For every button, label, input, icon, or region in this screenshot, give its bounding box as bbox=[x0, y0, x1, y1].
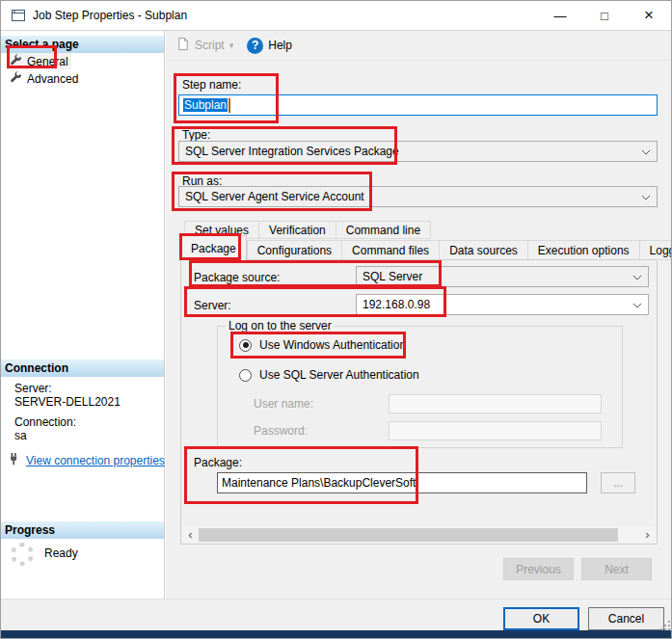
scroll-right-icon[interactable]: › bbox=[639, 527, 656, 543]
sidebar-item-general[interactable]: General bbox=[7, 53, 71, 69]
chevron-down-icon bbox=[632, 303, 642, 308]
help-button[interactable]: ? Help bbox=[247, 38, 292, 54]
radio-sql-label: Use SQL Server Authentication bbox=[259, 368, 419, 382]
help-icon: ? bbox=[247, 38, 263, 54]
package-field-label: Package: bbox=[194, 456, 242, 469]
maximize-button[interactable]: □ bbox=[582, 1, 627, 30]
sidebar-item-advanced[interactable]: Advanced bbox=[7, 70, 81, 87]
window-bottom-edge bbox=[1, 630, 672, 638]
user-name-input bbox=[389, 394, 602, 413]
progress-header: Progress bbox=[1, 521, 164, 539]
resize-grip[interactable] bbox=[660, 621, 670, 630]
previous-button: Previous bbox=[503, 558, 574, 580]
chevron-down-icon bbox=[641, 149, 651, 155]
sidebar-item-label: General bbox=[27, 55, 68, 68]
connection-server-value: SERVER-DELL2021 bbox=[14, 395, 121, 409]
script-button: Script ▾ bbox=[175, 37, 233, 54]
help-label: Help bbox=[268, 39, 292, 52]
connection-label: Connection: bbox=[14, 415, 76, 429]
tab-strip-row2: Package Configurations Command files Dat… bbox=[180, 235, 672, 260]
select-a-page-header: Select a page bbox=[1, 36, 164, 53]
job-step-properties-dialog: Job Step Properties - Subplan — □ × Sele… bbox=[0, 0, 672, 639]
horizontal-scrollbar[interactable]: ‹ › bbox=[182, 527, 656, 543]
tab-package[interactable]: Package bbox=[180, 235, 247, 260]
step-name-label: Step name: bbox=[182, 78, 241, 92]
scroll-left-icon[interactable]: ‹ bbox=[182, 527, 199, 543]
radio-selected-icon bbox=[239, 339, 252, 352]
chevron-down-icon bbox=[641, 195, 651, 200]
radio-windows-auth[interactable]: Use Windows Authentication bbox=[239, 338, 406, 352]
radio-unselected-icon bbox=[239, 369, 252, 382]
view-connection-properties-link[interactable]: View connection properties bbox=[26, 454, 165, 467]
type-value: SQL Server Integration Services Package bbox=[185, 145, 399, 158]
connection-value: sa bbox=[14, 429, 27, 442]
browse-button[interactable]: ... bbox=[601, 472, 635, 493]
ok-button[interactable]: OK bbox=[503, 607, 579, 630]
close-button[interactable]: × bbox=[627, 1, 671, 30]
connection-properties-row: View connection properties bbox=[8, 452, 165, 468]
run-as-value: SQL Server Agent Service Account bbox=[185, 190, 364, 203]
logon-groupbox-legend: Log on to the server bbox=[226, 319, 335, 333]
package-source-label: Package source: bbox=[194, 271, 280, 284]
chevron-down-icon bbox=[632, 275, 642, 280]
server-field-label: Server: bbox=[194, 299, 231, 312]
run-as-select[interactable]: SQL Server Agent Service Account bbox=[178, 186, 658, 207]
tab-command-files[interactable]: Command files bbox=[342, 240, 440, 260]
chevron-down-icon: ▾ bbox=[229, 40, 234, 50]
user-name-label: User name: bbox=[254, 397, 313, 411]
tab-configurations[interactable]: Configurations bbox=[247, 240, 342, 260]
tab-execution-options[interactable]: Execution options bbox=[528, 240, 640, 260]
progress-spinner-icon bbox=[11, 543, 34, 566]
password-input bbox=[389, 421, 602, 440]
sidebar-item-label: Advanced bbox=[27, 72, 78, 86]
window-title: Job Step Properties - Subplan bbox=[33, 9, 187, 22]
type-select[interactable]: SQL Server Integration Services Package bbox=[178, 141, 658, 162]
connection-server-label: Server: bbox=[14, 382, 52, 395]
text-caret bbox=[228, 98, 230, 113]
wrench-icon bbox=[10, 71, 22, 87]
server-combo[interactable]: 192.168.0.98 bbox=[356, 294, 649, 315]
scrollbar-thumb[interactable] bbox=[199, 528, 618, 542]
toolbar: Script ▾ ? Help bbox=[166, 31, 672, 61]
footer: OK Cancel bbox=[1, 599, 672, 632]
package-source-select[interactable]: SQL Server bbox=[356, 266, 649, 287]
tab-data-sources[interactable]: Data sources bbox=[440, 240, 528, 260]
tab-logging[interactable]: Logging bbox=[640, 240, 672, 260]
server-combo-value: 192.168.0.98 bbox=[363, 298, 430, 311]
next-button: Next bbox=[581, 558, 652, 580]
package-value: Maintenance Plans\BackupCleverSoft bbox=[222, 476, 416, 490]
package-source-value: SQL Server bbox=[363, 270, 422, 283]
radio-sql-auth[interactable]: Use SQL Server Authentication bbox=[239, 368, 419, 382]
step-name-input[interactable]: Subplan bbox=[178, 94, 658, 116]
window-icon bbox=[11, 8, 26, 23]
logon-groupbox: Log on to the server Use Windows Authent… bbox=[217, 326, 623, 448]
step-name-value: Subplan bbox=[183, 98, 228, 112]
title-bar: Job Step Properties - Subplan — □ × bbox=[1, 1, 671, 31]
script-icon bbox=[175, 37, 190, 54]
progress-status: Ready bbox=[44, 546, 78, 560]
sidebar: Select a page General Advanced Connectio… bbox=[1, 31, 165, 599]
radio-windows-label: Use Windows Authentication bbox=[259, 338, 406, 352]
script-label: Script bbox=[195, 39, 225, 52]
plug-icon bbox=[8, 452, 21, 468]
cancel-button[interactable]: Cancel bbox=[588, 607, 664, 630]
connection-header: Connection bbox=[1, 359, 164, 377]
minimize-button[interactable]: — bbox=[538, 1, 582, 30]
package-tab-panel: Package source: SQL Server Server: 192.1… bbox=[180, 259, 658, 545]
wrench-icon bbox=[10, 54, 22, 69]
type-label: Type: bbox=[182, 128, 210, 142]
password-label: Password: bbox=[254, 424, 308, 438]
main-panel: Script ▾ ? Help Step name: Subplan Type:… bbox=[166, 31, 672, 599]
package-input[interactable]: Maintenance Plans\BackupCleverSoft bbox=[217, 472, 587, 493]
